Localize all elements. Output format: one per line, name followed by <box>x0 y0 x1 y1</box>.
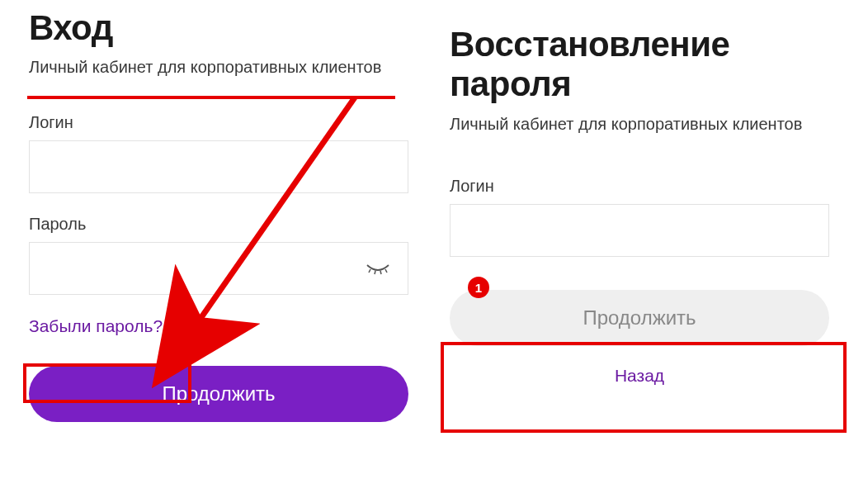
recover-continue-button[interactable]: Продолжить <box>450 290 829 346</box>
recover-back-link[interactable]: Назад <box>450 366 829 386</box>
recover-login-wrap <box>450 204 829 257</box>
svg-line-3 <box>385 269 387 273</box>
annotation-badge-1: 1 <box>468 277 489 298</box>
recover-title: Восстановление пароля <box>450 25 829 105</box>
svg-line-1 <box>375 271 375 274</box>
svg-line-2 <box>380 271 381 274</box>
login-field-wrap <box>29 140 408 193</box>
login-subtitle: Личный кабинет для корпоративных клиенто… <box>29 58 408 77</box>
recover-panel: Восстановление пароля Личный кабинет для… <box>450 25 829 386</box>
login-continue-button[interactable]: Продолжить <box>29 366 408 422</box>
login-input[interactable] <box>29 140 408 193</box>
login-field-label: Логин <box>29 113 408 132</box>
login-panel: Вход Личный кабинет для корпоративных кл… <box>29 8 408 422</box>
svg-line-0 <box>369 269 370 273</box>
recover-login-input[interactable] <box>450 204 829 257</box>
forgot-password-link[interactable]: Забыли пароль? <box>29 316 163 336</box>
eye-closed-icon[interactable] <box>366 260 390 277</box>
password-field-label: Пароль <box>29 215 408 234</box>
login-title: Вход <box>29 8 408 48</box>
recover-login-label: Логин <box>450 177 829 196</box>
recover-subtitle: Личный кабинет для корпоративных клиенто… <box>450 115 829 134</box>
password-input[interactable] <box>29 242 408 295</box>
password-field-wrap <box>29 242 408 295</box>
